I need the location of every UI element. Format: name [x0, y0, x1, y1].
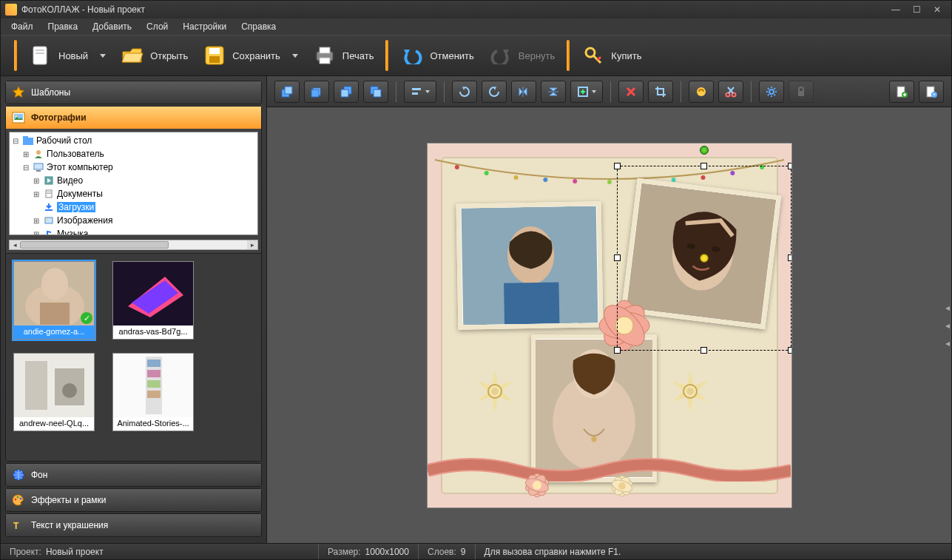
title-bar: ФотоКОЛЛАЖ - Новый проект — ☐ ✕ — [1, 1, 951, 18]
collage-page[interactable] — [427, 143, 792, 508]
tree-row-music[interactable]: ⊞Музыка — [11, 227, 256, 235]
open-button[interactable]: Открыть — [113, 41, 195, 70]
svg-point-60 — [769, 90, 774, 94]
tree-row-images[interactable]: ⊞Изображения — [11, 214, 256, 227]
send-backward-button[interactable] — [334, 81, 359, 103]
music-icon — [43, 229, 55, 235]
menu-help[interactable]: Справка — [235, 20, 282, 33]
menu-edit[interactable]: Правка — [42, 20, 84, 33]
maximize-button[interactable]: ☐ — [907, 3, 926, 16]
svg-rect-40 — [147, 391, 161, 398]
svg-rect-61 — [798, 91, 804, 96]
bring-front-button[interactable] — [274, 81, 300, 103]
accordion-label: Шаблоны — [31, 87, 70, 98]
align-button[interactable] — [404, 81, 436, 103]
side-flyout[interactable]: ◂◂◂ — [944, 303, 951, 348]
menu-file[interactable]: Файл — [5, 20, 39, 33]
crop-button[interactable] — [648, 81, 673, 103]
tree-row-computer[interactable]: ⊟Этот компьютер — [11, 161, 256, 174]
viewport[interactable]: ◂◂◂ — [267, 107, 951, 543]
lock-button[interactable] — [789, 81, 814, 103]
video-icon — [43, 175, 55, 186]
main-toolbar: Новый Открыть Сохранить Печать Отменить … — [1, 35, 951, 76]
svg-point-96 — [686, 388, 694, 395]
thumb-item[interactable]: ✓ andie-gomez-a... — [13, 261, 95, 340]
bring-forward-button[interactable] — [304, 81, 329, 103]
tree-row-documents[interactable]: ⊞Документы — [11, 187, 256, 200]
accordion-background[interactable]: Фон — [5, 463, 262, 487]
svg-rect-38 — [147, 370, 161, 377]
sparkle-decoration[interactable] — [664, 365, 716, 417]
cut-button[interactable] — [718, 81, 743, 103]
new-button[interactable]: Новый — [21, 41, 113, 70]
tree-row-user[interactable]: ⊞Пользователь — [11, 147, 256, 161]
tree-hscrollbar[interactable]: ◂▸ — [9, 240, 258, 250]
flip-v-button[interactable] — [541, 81, 566, 103]
svg-rect-37 — [147, 360, 161, 367]
send-back-button[interactable] — [363, 81, 388, 103]
accordion-photos-header[interactable]: Фотографии — [6, 107, 261, 129]
fit-button[interactable] — [570, 81, 603, 103]
file-tree[interactable]: ⊟Рабочий стол ⊞Пользователь ⊟Этот компью… — [9, 132, 258, 235]
svg-rect-0 — [33, 47, 47, 64]
menu-settings[interactable]: Настройки — [177, 20, 232, 33]
toolbar-separator — [444, 81, 445, 102]
svg-point-15 — [36, 150, 41, 155]
svg-rect-4 — [209, 48, 220, 54]
rotate-right-button[interactable] — [482, 81, 507, 103]
add-page-button[interactable] — [889, 81, 914, 103]
photo-frame[interactable] — [456, 201, 603, 329]
svg-rect-29 — [40, 303, 70, 325]
small-flower-decoration[interactable] — [607, 470, 638, 502]
folder-icon — [22, 135, 34, 146]
svg-rect-51 — [341, 90, 348, 97]
sparkle-decoration[interactable] — [469, 365, 521, 417]
tree-row-desktop[interactable]: ⊟Рабочий стол — [11, 134, 256, 147]
thumb-caption: andrew-neel-QLq... — [14, 417, 94, 431]
replace-image-button[interactable] — [689, 81, 714, 103]
menu-add[interactable]: Добавить — [87, 20, 138, 33]
accordion-text[interactable]: T Текст и украшения — [5, 513, 262, 537]
svg-rect-20 — [47, 192, 51, 192]
toolbar-separator — [567, 40, 570, 71]
thumb-item[interactable]: andrew-neel-QLq... — [13, 353, 95, 431]
svg-rect-79 — [504, 282, 559, 324]
redo-button[interactable]: Вернуть — [482, 41, 563, 70]
svg-point-83 — [591, 436, 596, 442]
palette-icon — [12, 493, 25, 507]
status-layers: Слоев: 9 — [419, 544, 476, 559]
svg-rect-17 — [36, 170, 41, 172]
undo-button[interactable]: Отменить — [393, 41, 481, 70]
save-button[interactable]: Сохранить — [195, 41, 305, 70]
svg-point-44 — [20, 498, 22, 500]
key-icon — [581, 44, 605, 67]
status-project: Проект: Новый проект — [1, 544, 319, 559]
thumb-item[interactable]: andras-vas-Bd7g... — [112, 261, 194, 340]
buy-button[interactable]: Купить — [574, 41, 649, 70]
photo-icon — [12, 111, 25, 124]
accordion-templates[interactable]: Шаблоны — [5, 81, 262, 104]
rotate-left-button[interactable] — [452, 81, 477, 103]
flip-h-button[interactable] — [511, 81, 536, 103]
close-button[interactable]: ✕ — [928, 3, 947, 16]
redo-icon — [489, 44, 513, 67]
print-button[interactable]: Печать — [305, 41, 382, 70]
svg-point-42 — [15, 499, 17, 501]
page-options-button[interactable] — [919, 81, 944, 103]
flower-decoration[interactable] — [589, 290, 660, 361]
tree-row-downloads[interactable]: ⊞Загрузки — [11, 200, 256, 214]
minimize-button[interactable]: — — [886, 3, 905, 16]
settings-button[interactable] — [759, 81, 784, 103]
svg-point-66 — [454, 165, 459, 169]
menu-layer[interactable]: Слой — [141, 20, 174, 33]
tree-row-video[interactable]: ⊞Видео — [11, 174, 256, 187]
thumbnail-grid: ✓ andie-gomez-a... andras-vas-Bd7g... an… — [6, 253, 261, 461]
images-icon — [43, 215, 55, 226]
svg-point-75 — [730, 170, 735, 175]
small-flower-decoration[interactable] — [519, 468, 555, 503]
delete-button[interactable] — [618, 81, 644, 103]
accordion-label: Фотографии — [31, 112, 87, 123]
thumb-item[interactable]: Animated-Stories-... — [112, 353, 194, 431]
accordion-photos: Фотографии ⊟Рабочий стол ⊞Пользователь ⊟… — [5, 106, 262, 462]
accordion-effects[interactable]: Эффекты и рамки — [5, 488, 262, 512]
